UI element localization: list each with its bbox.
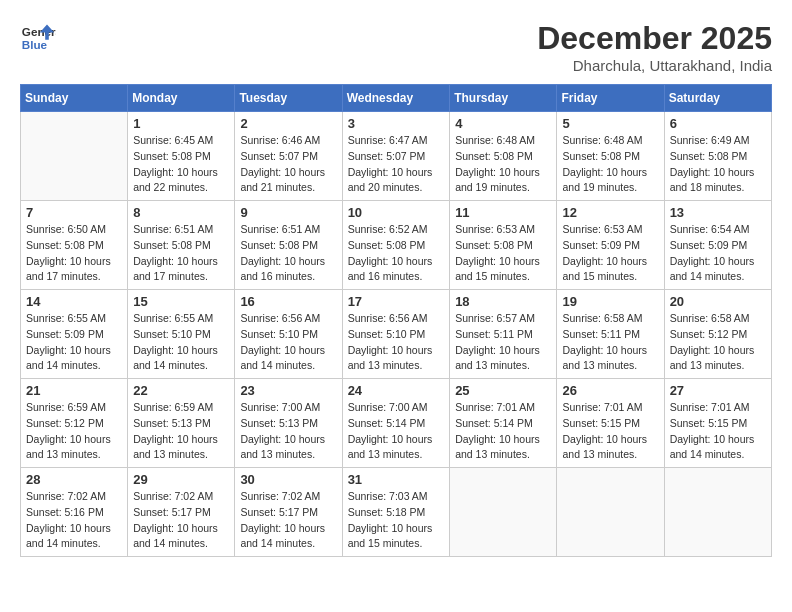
day-info: Sunrise: 6:57 AM Sunset: 5:11 PM Dayligh… <box>455 311 551 374</box>
calendar-cell: 13Sunrise: 6:54 AM Sunset: 5:09 PM Dayli… <box>664 201 771 290</box>
weekday-header-row: SundayMondayTuesdayWednesdayThursdayFrid… <box>21 85 772 112</box>
day-number: 24 <box>348 383 445 398</box>
day-number: 10 <box>348 205 445 220</box>
calendar-cell: 8Sunrise: 6:51 AM Sunset: 5:08 PM Daylig… <box>128 201 235 290</box>
calendar-cell: 26Sunrise: 7:01 AM Sunset: 5:15 PM Dayli… <box>557 379 664 468</box>
calendar-cell: 1Sunrise: 6:45 AM Sunset: 5:08 PM Daylig… <box>128 112 235 201</box>
calendar-cell: 16Sunrise: 6:56 AM Sunset: 5:10 PM Dayli… <box>235 290 342 379</box>
day-number: 15 <box>133 294 229 309</box>
calendar-cell: 12Sunrise: 6:53 AM Sunset: 5:09 PM Dayli… <box>557 201 664 290</box>
day-number: 2 <box>240 116 336 131</box>
weekday-header: Tuesday <box>235 85 342 112</box>
calendar-week-row: 21Sunrise: 6:59 AM Sunset: 5:12 PM Dayli… <box>21 379 772 468</box>
calendar-cell: 14Sunrise: 6:55 AM Sunset: 5:09 PM Dayli… <box>21 290 128 379</box>
day-info: Sunrise: 6:53 AM Sunset: 5:08 PM Dayligh… <box>455 222 551 285</box>
weekday-header: Saturday <box>664 85 771 112</box>
calendar-cell <box>21 112 128 201</box>
page-header: General Blue December 2025 Dharchula, Ut… <box>20 20 772 74</box>
month-year: December 2025 <box>537 20 772 57</box>
day-number: 26 <box>562 383 658 398</box>
weekday-header: Sunday <box>21 85 128 112</box>
day-info: Sunrise: 6:56 AM Sunset: 5:10 PM Dayligh… <box>240 311 336 374</box>
day-info: Sunrise: 7:00 AM Sunset: 5:14 PM Dayligh… <box>348 400 445 463</box>
day-info: Sunrise: 6:55 AM Sunset: 5:09 PM Dayligh… <box>26 311 122 374</box>
calendar-cell: 19Sunrise: 6:58 AM Sunset: 5:11 PM Dayli… <box>557 290 664 379</box>
day-number: 6 <box>670 116 766 131</box>
calendar-cell: 9Sunrise: 6:51 AM Sunset: 5:08 PM Daylig… <box>235 201 342 290</box>
location: Dharchula, Uttarakhand, India <box>537 57 772 74</box>
calendar-cell <box>557 468 664 557</box>
day-number: 9 <box>240 205 336 220</box>
calendar-cell: 15Sunrise: 6:55 AM Sunset: 5:10 PM Dayli… <box>128 290 235 379</box>
calendar-cell: 29Sunrise: 7:02 AM Sunset: 5:17 PM Dayli… <box>128 468 235 557</box>
calendar-cell: 27Sunrise: 7:01 AM Sunset: 5:15 PM Dayli… <box>664 379 771 468</box>
weekday-header: Wednesday <box>342 85 450 112</box>
day-number: 21 <box>26 383 122 398</box>
day-number: 8 <box>133 205 229 220</box>
calendar-week-row: 7Sunrise: 6:50 AM Sunset: 5:08 PM Daylig… <box>21 201 772 290</box>
calendar-cell: 18Sunrise: 6:57 AM Sunset: 5:11 PM Dayli… <box>450 290 557 379</box>
calendar-cell: 31Sunrise: 7:03 AM Sunset: 5:18 PM Dayli… <box>342 468 450 557</box>
calendar-cell: 17Sunrise: 6:56 AM Sunset: 5:10 PM Dayli… <box>342 290 450 379</box>
day-info: Sunrise: 6:51 AM Sunset: 5:08 PM Dayligh… <box>240 222 336 285</box>
day-number: 1 <box>133 116 229 131</box>
calendar-cell <box>664 468 771 557</box>
day-number: 3 <box>348 116 445 131</box>
calendar-cell: 4Sunrise: 6:48 AM Sunset: 5:08 PM Daylig… <box>450 112 557 201</box>
day-info: Sunrise: 7:02 AM Sunset: 5:17 PM Dayligh… <box>240 489 336 552</box>
calendar-cell: 2Sunrise: 6:46 AM Sunset: 5:07 PM Daylig… <box>235 112 342 201</box>
day-number: 23 <box>240 383 336 398</box>
logo-icon: General Blue <box>20 20 56 56</box>
day-number: 12 <box>562 205 658 220</box>
calendar-cell: 23Sunrise: 7:00 AM Sunset: 5:13 PM Dayli… <box>235 379 342 468</box>
day-number: 28 <box>26 472 122 487</box>
weekday-header: Friday <box>557 85 664 112</box>
day-number: 13 <box>670 205 766 220</box>
day-number: 16 <box>240 294 336 309</box>
day-number: 4 <box>455 116 551 131</box>
calendar-table: SundayMondayTuesdayWednesdayThursdayFrid… <box>20 84 772 557</box>
day-number: 11 <box>455 205 551 220</box>
calendar-cell: 24Sunrise: 7:00 AM Sunset: 5:14 PM Dayli… <box>342 379 450 468</box>
calendar-cell: 22Sunrise: 6:59 AM Sunset: 5:13 PM Dayli… <box>128 379 235 468</box>
weekday-header: Monday <box>128 85 235 112</box>
logo: General Blue <box>20 20 56 56</box>
day-info: Sunrise: 6:51 AM Sunset: 5:08 PM Dayligh… <box>133 222 229 285</box>
day-number: 5 <box>562 116 658 131</box>
day-info: Sunrise: 6:46 AM Sunset: 5:07 PM Dayligh… <box>240 133 336 196</box>
day-info: Sunrise: 6:59 AM Sunset: 5:12 PM Dayligh… <box>26 400 122 463</box>
day-info: Sunrise: 7:01 AM Sunset: 5:15 PM Dayligh… <box>562 400 658 463</box>
day-info: Sunrise: 6:49 AM Sunset: 5:08 PM Dayligh… <box>670 133 766 196</box>
calendar-cell: 5Sunrise: 6:48 AM Sunset: 5:08 PM Daylig… <box>557 112 664 201</box>
calendar-cell: 25Sunrise: 7:01 AM Sunset: 5:14 PM Dayli… <box>450 379 557 468</box>
day-number: 27 <box>670 383 766 398</box>
day-info: Sunrise: 7:02 AM Sunset: 5:17 PM Dayligh… <box>133 489 229 552</box>
day-info: Sunrise: 6:58 AM Sunset: 5:12 PM Dayligh… <box>670 311 766 374</box>
calendar-cell: 7Sunrise: 6:50 AM Sunset: 5:08 PM Daylig… <box>21 201 128 290</box>
day-info: Sunrise: 6:53 AM Sunset: 5:09 PM Dayligh… <box>562 222 658 285</box>
day-info: Sunrise: 6:56 AM Sunset: 5:10 PM Dayligh… <box>348 311 445 374</box>
calendar-cell: 11Sunrise: 6:53 AM Sunset: 5:08 PM Dayli… <box>450 201 557 290</box>
day-number: 7 <box>26 205 122 220</box>
day-number: 25 <box>455 383 551 398</box>
day-info: Sunrise: 6:48 AM Sunset: 5:08 PM Dayligh… <box>455 133 551 196</box>
day-number: 18 <box>455 294 551 309</box>
day-info: Sunrise: 7:01 AM Sunset: 5:14 PM Dayligh… <box>455 400 551 463</box>
day-info: Sunrise: 7:00 AM Sunset: 5:13 PM Dayligh… <box>240 400 336 463</box>
weekday-header: Thursday <box>450 85 557 112</box>
calendar-cell: 6Sunrise: 6:49 AM Sunset: 5:08 PM Daylig… <box>664 112 771 201</box>
svg-text:Blue: Blue <box>22 38 48 51</box>
day-number: 22 <box>133 383 229 398</box>
calendar-week-row: 14Sunrise: 6:55 AM Sunset: 5:09 PM Dayli… <box>21 290 772 379</box>
day-number: 19 <box>562 294 658 309</box>
day-info: Sunrise: 6:47 AM Sunset: 5:07 PM Dayligh… <box>348 133 445 196</box>
calendar-cell: 3Sunrise: 6:47 AM Sunset: 5:07 PM Daylig… <box>342 112 450 201</box>
day-number: 31 <box>348 472 445 487</box>
day-number: 14 <box>26 294 122 309</box>
day-number: 30 <box>240 472 336 487</box>
day-info: Sunrise: 7:03 AM Sunset: 5:18 PM Dayligh… <box>348 489 445 552</box>
day-info: Sunrise: 6:50 AM Sunset: 5:08 PM Dayligh… <box>26 222 122 285</box>
day-info: Sunrise: 6:59 AM Sunset: 5:13 PM Dayligh… <box>133 400 229 463</box>
calendar-cell: 30Sunrise: 7:02 AM Sunset: 5:17 PM Dayli… <box>235 468 342 557</box>
day-info: Sunrise: 6:58 AM Sunset: 5:11 PM Dayligh… <box>562 311 658 374</box>
